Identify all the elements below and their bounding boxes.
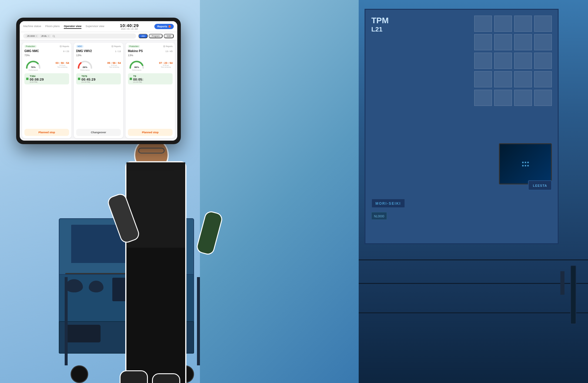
panel-cell [474, 90, 492, 106]
reports-icon-3 [163, 45, 165, 47]
job-icon-1 [26, 78, 29, 80]
panel-cell [514, 71, 532, 87]
time-display-1: 03 : 56 : 54 10:45 pm Time remaining [56, 61, 69, 68]
machine-pct-1: 73% [24, 54, 69, 57]
tag-1-close[interactable]: × [36, 35, 37, 37]
channel-line [359, 283, 588, 284]
search-input-wrapper[interactable]: JR-0000 × JR-BL × [23, 34, 136, 39]
gauge-percent-3: 86% [134, 66, 139, 69]
gauge-wrapper-1: 76% [24, 59, 42, 69]
filter-program[interactable]: Program [149, 34, 163, 38]
glasses [138, 148, 165, 154]
card-reports-3[interactable]: Reports [163, 45, 173, 47]
time-label-2: Time remaining [107, 66, 121, 68]
gauge-2: 26% Performance [76, 59, 94, 71]
tab-supervisor-view[interactable]: Supervisor view [86, 24, 104, 29]
panel-cell [514, 90, 532, 106]
job-label-2: T976 [81, 75, 96, 78]
job-info-3: T9 00:05: (11:34 PM) [133, 75, 143, 83]
svg-line-1 [54, 36, 55, 37]
panel-cell [534, 16, 552, 32]
card-header-1: Production Reports [24, 45, 69, 48]
tab-machine-statue[interactable]: Machine statue [23, 24, 41, 29]
gauge-label-1: Performance [24, 69, 42, 71]
monitor-screen: ■ ■ ■■ ■ ■ [500, 144, 551, 184]
job-tag-1: T384 00:08:29 (9:34 PM) [24, 73, 69, 84]
status-button-3[interactable]: Planned stop [128, 129, 173, 136]
gauge-3: 86% Performance [128, 59, 146, 71]
panel-grid [474, 16, 552, 106]
panel-cell [494, 53, 512, 69]
machine-lower [359, 259, 588, 383]
machine-right: TPM L21 ■ ■ ■■ ■ ■ MORI-SEIKI NL0000 LEE… [359, 0, 588, 383]
leesta-text: LEESTA [533, 184, 547, 187]
card-reports-1[interactable]: Reports [60, 45, 69, 47]
time-display-2: 05 : 56 : 54 10:45 pm Time remaining [107, 61, 121, 68]
tab-operator-view[interactable]: Operator view [64, 24, 81, 29]
brand-text: MORI-SEIKI [375, 202, 401, 206]
panel-cell [514, 16, 532, 32]
connector [570, 265, 576, 324]
gauge-label-2: Performance [76, 69, 94, 71]
gauge-percent-2: 26% [83, 66, 87, 69]
panel-monitor: ■ ■ ■■ ■ ■ [499, 143, 552, 184]
machine-card-makino-ps: Production Reports Makino PS 13 / 45 13% [126, 43, 175, 138]
cart-leg-left [65, 277, 68, 365]
filter-shift[interactable]: Shift [164, 34, 174, 38]
card-reports-2[interactable]: Reports [111, 45, 121, 47]
worker-body [126, 162, 185, 383]
model-label: NL0000 [371, 212, 387, 220]
job-tag-2: T976 00:45:29 (11:34 PM) [76, 73, 121, 84]
machine-name-1: GMG NMC [24, 49, 39, 53]
gauge-percent-1: 76% [31, 66, 36, 69]
job-time-sub-1: (9:34 PM) [30, 81, 44, 83]
cart-wheel-left [71, 365, 88, 383]
nav-tabs: Machine statue Floors plans Operator vie… [23, 24, 104, 29]
machine-cards-grid: Production Reports GMG NMC 6 / 23 73% [20, 40, 177, 141]
reports-button[interactable]: Reports [154, 24, 174, 29]
shoe-left [121, 371, 147, 383]
status-button-1[interactable]: Planned stop [24, 129, 69, 136]
search-bar: JR-0000 × JR-BL × Job Program Shift [20, 32, 177, 40]
machine-pct-3: 13% [128, 54, 173, 57]
search-icon [52, 35, 55, 38]
card-name-row-2: DMG VMV2 1 / 13 [76, 49, 121, 53]
shoe-right [153, 374, 179, 383]
gauge-container-3: 86% Performance 07 : 23 : 54 10:45 pm Ti… [128, 59, 173, 71]
connector-2 [560, 271, 564, 295]
gauge-wrapper-3: 86% [128, 59, 146, 69]
status-button-2[interactable]: Changeover [76, 129, 121, 136]
machine-count-2: 1 / 13 [115, 50, 121, 53]
tab-floors-plans[interactable]: Floors plans [45, 24, 60, 29]
panel-cell [494, 90, 512, 106]
channel-line [359, 259, 588, 260]
time-remaining-1: 03 : 56 : 54 [56, 61, 69, 64]
machine-count-3: 13 / 45 [166, 50, 173, 53]
nav-bar: Machine statue Floors plans Operator vie… [20, 21, 177, 32]
panel-cell [534, 34, 552, 50]
card-name-row-1: GMG NMC 6 / 23 [24, 49, 69, 53]
panel-cell [534, 71, 552, 87]
monitor-display: ■ ■ ■■ ■ ■ [522, 161, 529, 167]
gauge-label-3: Performance [128, 69, 146, 71]
filter-job[interactable]: Job [138, 34, 148, 38]
pants [126, 248, 185, 383]
search-tag-2[interactable]: JR-BL × [40, 34, 51, 38]
machine-name-2: DMG VMV2 [76, 49, 92, 53]
time-label-3: Time remaining [159, 66, 173, 68]
tpm-subtitle: L21 [371, 26, 389, 33]
gauge-wrapper-2: 26% [76, 59, 94, 69]
reports-icon-1 [60, 45, 62, 47]
item-cup-2 [89, 281, 103, 292]
job-label-3: T9 [133, 75, 143, 78]
search-tag-1[interactable]: JR-0000 × [26, 34, 39, 38]
card-header-2: MDO Reports [76, 45, 121, 48]
tool-storage [65, 325, 101, 342]
ipad-screen: Machine statue Floors plans Operator vie… [20, 21, 177, 141]
card-header-3: Production Reports [128, 45, 173, 48]
time-remaining-3: 07 : 23 : 54 [159, 61, 173, 64]
reports-icon-2 [111, 45, 113, 47]
panel-cell [494, 71, 512, 87]
search-tags: JR-0000 × JR-BL × [26, 34, 51, 38]
tag-2-close[interactable]: × [48, 35, 49, 37]
